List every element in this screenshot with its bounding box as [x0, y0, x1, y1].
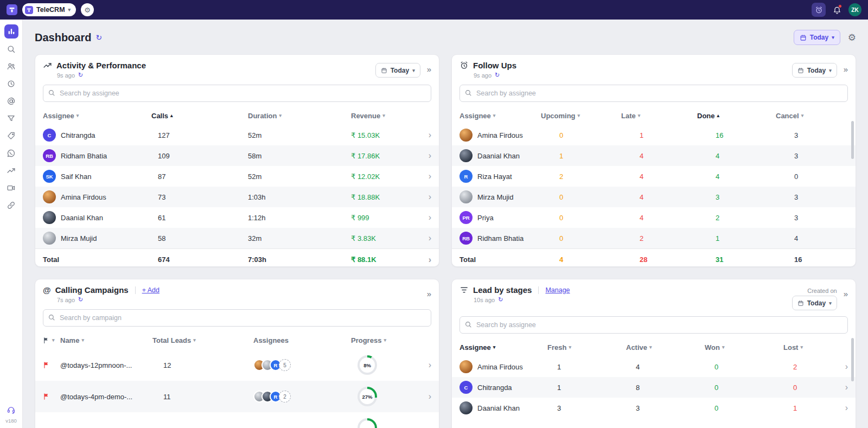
- column-header-active[interactable]: Active▾: [626, 343, 705, 352]
- sidebar-item-whatsapp[interactable]: [4, 146, 18, 160]
- panel-date-filter[interactable]: Today ▾: [792, 296, 837, 310]
- table-row[interactable]: Amina Firdous 1 4 0 2 ›: [452, 356, 856, 377]
- sidebar-item-dashboard[interactable]: [4, 24, 18, 39]
- row-chevron-icon[interactable]: ›: [416, 130, 431, 140]
- expand-panel-icon[interactable]: »: [844, 63, 848, 74]
- refresh-icon[interactable]: ↻: [78, 296, 83, 303]
- table-row[interactable]: Daanial Khan 61 1:12h ₹ 999 ›: [35, 207, 439, 228]
- sidebar-item-filters[interactable]: [4, 111, 18, 125]
- table-row[interactable]: RBRidham Bhatia 0 2 1 4: [452, 228, 856, 248]
- sidebar-item-contacts[interactable]: [4, 59, 18, 73]
- table-row[interactable]: [35, 412, 439, 428]
- support-headset-icon[interactable]: [4, 403, 18, 417]
- panel-date-filter[interactable]: Today ▾: [375, 63, 420, 78]
- table-row[interactable]: CChitrangda 127 52m ₹ 15.03K ›: [35, 125, 439, 145]
- duration-value: 32m: [248, 234, 351, 242]
- total-row[interactable]: Total 674 7:03h ₹ 88.1K ›: [35, 248, 439, 267]
- alarm-icon[interactable]: [812, 3, 826, 17]
- avatar: C: [43, 129, 56, 142]
- sidebar-item-tags[interactable]: [4, 129, 18, 143]
- sidebar-item-history[interactable]: [4, 76, 18, 91]
- manage-stages-link[interactable]: Manage: [545, 286, 570, 294]
- table-row[interactable]: Mirza Mujid 58 32m ₹ 3.83K ›: [35, 228, 439, 248]
- sidebar-item-integrations[interactable]: [4, 198, 18, 212]
- global-date-filter[interactable]: Today ▾: [794, 30, 840, 45]
- total-label: Total: [43, 255, 151, 264]
- table-row[interactable]: Daanial Khan 3 3 0 1 ›: [452, 398, 856, 418]
- table-row[interactable]: Daanial Khan 1 4 4 3: [452, 145, 856, 166]
- row-chevron-icon[interactable]: ›: [833, 403, 848, 413]
- table-row[interactable]: @todays-12pmnoon-... 12 R 5 8% ›: [35, 349, 439, 381]
- search-input[interactable]: [459, 85, 848, 102]
- scrollbar-thumb[interactable]: [851, 338, 854, 381]
- sidebar-item-meetings[interactable]: [4, 181, 18, 195]
- table-row[interactable]: SKSaif Khan 87 52m ₹ 12.02K ›: [35, 166, 439, 187]
- column-header-upcoming[interactable]: Upcoming▾: [541, 112, 621, 120]
- column-header-won[interactable]: Won▾: [705, 343, 783, 352]
- column-header-lost[interactable]: Lost▾: [783, 343, 833, 352]
- sidebar-item-engagement[interactable]: [4, 94, 18, 108]
- workspace-settings-gear-icon[interactable]: ⚙: [81, 3, 94, 16]
- expand-panel-icon[interactable]: »: [427, 288, 431, 298]
- row-chevron-icon[interactable]: ›: [416, 392, 431, 401]
- column-header-total-leads[interactable]: Total Leads▾: [152, 336, 253, 344]
- sidebar-item-search[interactable]: [4, 42, 18, 56]
- column-header-revenue[interactable]: Revenue▾: [351, 112, 416, 120]
- table-row[interactable]: CChitrangda 1 8 0 0 ›: [452, 377, 856, 398]
- row-chevron-icon[interactable]: ›: [416, 360, 431, 370]
- sidebar-item-analytics[interactable]: [4, 163, 18, 177]
- column-header-assignee[interactable]: Assignee▾: [459, 343, 547, 352]
- table-row[interactable]: Amina Firdous 0 1 16 3: [452, 125, 856, 145]
- expand-panel-icon[interactable]: »: [844, 288, 848, 298]
- column-header-calls[interactable]: Calls▴: [151, 112, 248, 120]
- search-input[interactable]: [43, 85, 431, 102]
- table-row[interactable]: RRiza Hayat 2 4 4 0: [452, 166, 856, 187]
- refresh-icon[interactable]: ↻: [95, 33, 102, 42]
- alarm-clock-icon: [459, 61, 469, 70]
- search-input[interactable]: [459, 316, 848, 334]
- column-header-flag[interactable]: ▾: [43, 337, 60, 344]
- workspace-switcher[interactable]: TeleCRM ▾: [22, 3, 76, 16]
- row-chevron-icon[interactable]: ›: [833, 362, 848, 372]
- column-header-assignee[interactable]: Assignee▾: [43, 112, 151, 120]
- dashboard-settings-gear-icon[interactable]: ⚙: [848, 32, 856, 43]
- column-header-fresh[interactable]: Fresh▾: [547, 343, 626, 352]
- column-header-name[interactable]: Name▾: [60, 336, 152, 344]
- add-campaign-link[interactable]: + Add: [142, 286, 159, 294]
- row-chevron-icon[interactable]: ›: [833, 382, 848, 392]
- duration-value: 52m: [248, 131, 351, 139]
- column-header-assignee[interactable]: Assignee▾: [459, 112, 541, 120]
- total-row[interactable]: Total 4 28 31 16: [452, 248, 856, 267]
- row-chevron-icon[interactable]: ›: [416, 171, 431, 181]
- scrollbar-thumb[interactable]: [851, 121, 854, 159]
- refresh-icon[interactable]: ↻: [495, 72, 500, 79]
- user-avatar[interactable]: ZK: [848, 3, 861, 16]
- avatar-overflow-count: 5: [279, 359, 291, 371]
- late-value: 4: [621, 193, 697, 201]
- panel-date-filter[interactable]: Today ▾: [792, 63, 837, 78]
- expand-panel-icon[interactable]: »: [427, 63, 431, 74]
- column-header-duration[interactable]: Duration▾: [248, 112, 351, 120]
- revenue-value: ₹ 18.88K: [351, 193, 416, 201]
- refresh-icon[interactable]: ↻: [498, 296, 503, 303]
- table-row[interactable]: @todays-4pm-demo-... 11 R 2 27% ›: [35, 381, 439, 412]
- sidebar: v180: [0, 20, 23, 428]
- row-chevron-icon[interactable]: ›: [416, 192, 431, 202]
- notifications-bell-icon[interactable]: [831, 3, 844, 16]
- table-row[interactable]: RBRidham Bhatia 109 58m ₹ 17.86K ›: [35, 145, 439, 166]
- row-chevron-icon[interactable]: ›: [416, 151, 431, 161]
- lost-value: 0: [783, 384, 833, 392]
- table-row[interactable]: PRPriya 0 4 2 3: [452, 207, 856, 228]
- progress-donut: 27%: [358, 387, 377, 406]
- column-header-late[interactable]: Late▾: [621, 112, 697, 120]
- search-input[interactable]: [43, 309, 431, 327]
- column-header-progress[interactable]: Progress▾: [351, 336, 416, 344]
- table-row[interactable]: Amina Firdous 73 1:03h ₹ 18.88K ›: [35, 187, 439, 207]
- column-header-done[interactable]: Done▴: [697, 112, 776, 120]
- table-row[interactable]: Mirza Mujid 0 4 3 3: [452, 187, 856, 207]
- refresh-icon[interactable]: ↻: [78, 72, 83, 79]
- row-chevron-icon[interactable]: ›: [416, 213, 431, 222]
- row-chevron-icon[interactable]: ›: [416, 255, 431, 265]
- row-chevron-icon[interactable]: ›: [416, 233, 431, 243]
- column-header-cancel[interactable]: Cancel▾: [776, 112, 848, 120]
